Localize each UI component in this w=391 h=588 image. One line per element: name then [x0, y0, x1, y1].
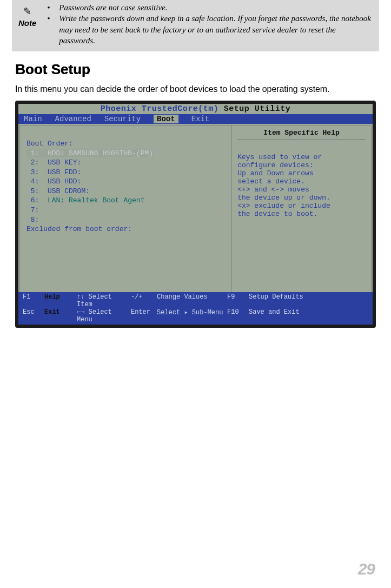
boot-item: 1: HDD: SAMSUNG HS06THB-(PM)	[26, 149, 225, 158]
bios-tab-exit: Exit	[191, 115, 210, 123]
bios-menubar: Main Advanced Security Boot Exit	[18, 114, 373, 124]
help-line: Up and Down arrows	[237, 169, 366, 177]
note-item-text: Passwords are not case sensitive.	[59, 2, 167, 13]
help-line: the device to boot.	[237, 210, 366, 218]
bios-help-panel: Item Specific Help Keys used to view or …	[232, 125, 371, 308]
section-heading: Boot Setup	[15, 61, 376, 78]
help-line: configure devices:	[237, 161, 366, 169]
bios-tab-boot: Boot	[154, 115, 178, 123]
note-item: •Write the passwords down and keep in a …	[47, 13, 373, 46]
note-items: •Passwords are not case sensitive. •Writ…	[43, 2, 373, 46]
bios-body: Boot Order: 1: HDD: SAMSUNG HS06THB-(PM)…	[19, 125, 372, 309]
help-line: select a device.	[237, 177, 366, 186]
bios-title-left: Phoenix TrustedCore(tm)	[101, 104, 219, 114]
boot-item: 7:	[26, 206, 225, 215]
bios-footer: F1 Help ↑↓ Select Item -/+ Change Values…	[18, 292, 373, 325]
bios-tab-security: Security	[104, 115, 141, 123]
note-left: ✎ Note	[18, 2, 36, 46]
note-item-text: Write the passwords down and keep in a s…	[59, 13, 373, 46]
boot-item: 5: USB CDROM:	[26, 187, 225, 196]
boot-order-label: Boot Order:	[26, 139, 225, 149]
help-line: <+> and <-> moves	[237, 186, 366, 194]
boot-item: 8:	[26, 215, 225, 225]
bios-boot-order-panel: Boot Order: 1: HDD: SAMSUNG HS06THB-(PM)…	[20, 125, 232, 308]
bios-screenshot: Phoenix TrustedCore(tm) Setup Utility Ma…	[15, 101, 376, 328]
bios-title-right: Setup Utility	[218, 104, 290, 114]
page-number: 29	[358, 560, 375, 578]
boot-item: 3: USB FDD:	[26, 168, 225, 177]
help-header: Item Specific Help	[237, 129, 366, 140]
help-line: <x> exclude or include	[237, 202, 366, 210]
hand-write-icon: ✎	[23, 5, 31, 17]
bios-tab-advanced: Advanced	[55, 115, 91, 123]
excluded-label: Excluded from boot order:	[26, 224, 225, 234]
help-line: Keys used to view or	[237, 153, 366, 161]
boot-item: 6: LAN: Realtek Boot Agent	[26, 196, 225, 206]
help-line: the device up or down.	[237, 194, 366, 202]
bios-tab-main: Main	[24, 115, 42, 123]
boot-item: 4: USB HDD:	[26, 177, 225, 187]
section-intro: In this menu you can decide the order of…	[15, 83, 376, 95]
note-callout: ✎ Note •Passwords are not case sensitive…	[12, 0, 379, 51]
note-item: •Passwords are not case sensitive.	[47, 2, 373, 13]
boot-item: 2: USB KEY:	[26, 158, 225, 168]
bios-title: Phoenix TrustedCore(tm) Setup Utility	[18, 104, 373, 114]
note-label: Note	[18, 18, 36, 28]
